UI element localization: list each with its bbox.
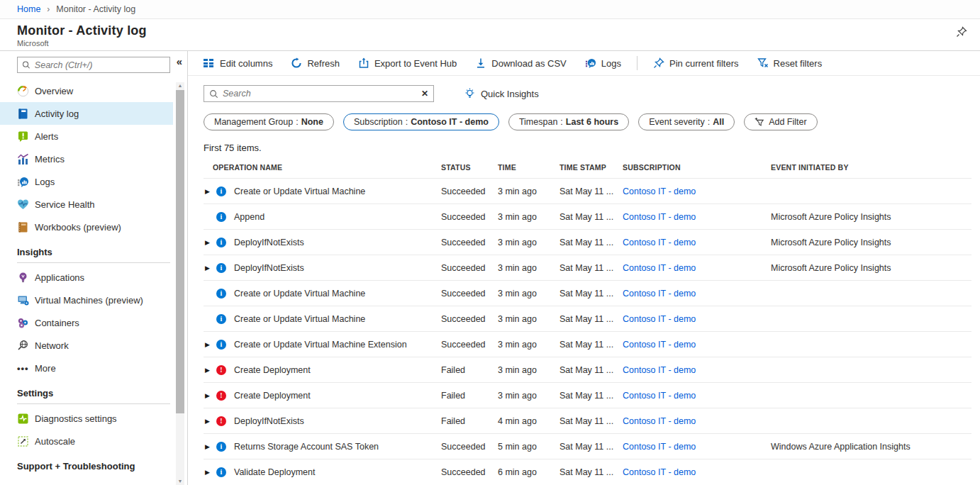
sidebar-item-metrics[interactable]: Metrics [0, 147, 173, 170]
breadcrumb-home-link[interactable]: Home [17, 4, 40, 14]
sidebar-item-service-health[interactable]: Service Health [0, 193, 173, 216]
time-value: 4 min ago [498, 416, 559, 426]
scrollbar-up-arrow-icon[interactable]: ▲ [176, 82, 184, 89]
severity-icon: i [216, 186, 226, 196]
expand-row-icon[interactable]: ▶ [204, 469, 216, 476]
sidebar-item-logs[interactable]: Logs [0, 170, 173, 193]
sidebar-item-activity-log[interactable]: Activity log [0, 102, 173, 125]
filter-pill-event-severity[interactable]: Event severity:All [638, 113, 735, 130]
table-row[interactable]: ▶ i Create or Update Virtual Machine Suc… [204, 178, 971, 204]
breadcrumb-chevron-icon: › [47, 4, 50, 14]
severity-icon: i [216, 340, 226, 350]
timestamp-value: Sat May 11 ... [559, 314, 623, 324]
sidebar-item-diagnostics-settings[interactable]: Diagnostics settings [0, 407, 173, 430]
breadcrumb: Home › Monitor - Activity log [0, 0, 980, 19]
column-header[interactable]: SUBSCRIPTION [623, 163, 771, 172]
refresh-button[interactable]: Refresh [291, 57, 340, 69]
expand-row-icon[interactable]: ▶ [204, 188, 216, 195]
table-row[interactable]: ▶ i DeployIfNotExists Succeeded 3 min ag… [204, 229, 971, 255]
pin-blade-icon[interactable] [956, 26, 967, 38]
sidebar-search[interactable] [17, 57, 170, 73]
reset-filters-button[interactable]: Reset filters [757, 57, 823, 69]
table-row[interactable]: ▶ i Returns Storage Account SAS Token Su… [204, 433, 971, 459]
export-event-hub-button[interactable]: Export to Event Hub [358, 57, 457, 69]
timestamp-value: Sat May 11 ... [559, 212, 623, 222]
table-row[interactable]: ▶ i Validate Deployment Succeeded 6 min … [204, 459, 971, 484]
download-csv-button[interactable]: Download as CSV [475, 57, 567, 69]
logs-button[interactable]: Logs [585, 57, 621, 69]
timestamp-value: Sat May 11 ... [559, 442, 623, 452]
expand-row-icon[interactable]: ▶ [204, 264, 216, 272]
sidebar-item-virtual-machines[interactable]: Virtual Machines (preview) [0, 289, 173, 311]
expand-row-icon[interactable]: ▶ [204, 443, 216, 450]
table-row[interactable]: ▶ ! DeployIfNotExists Failed 4 min ago S… [204, 408, 971, 433]
event-initiated-by: Windows Azure Application Insights [771, 442, 971, 452]
pin-current-filters-button[interactable]: Pin current filters [653, 57, 739, 69]
subscription-link[interactable]: Contoso IT - demo [623, 416, 771, 426]
sidebar-item-containers[interactable]: Containers [0, 311, 173, 334]
timestamp-value: Sat May 11 ... [559, 238, 623, 247]
subscription-link[interactable]: Contoso IT - demo [623, 442, 771, 452]
sidebar: « Overview Activity log Alerts [0, 51, 188, 485]
table-row[interactable]: ▶ i DeployIfNotExists Succeeded 3 min ag… [204, 255, 971, 280]
subscription-link[interactable]: Contoso IT - demo [623, 340, 771, 350]
sidebar-item-applications[interactable]: Applications [0, 266, 173, 289]
sidebar-scrollbar-thumb[interactable] [176, 90, 184, 413]
expand-row-icon[interactable]: ▶ [204, 341, 216, 348]
clear-search-icon[interactable]: ✕ [417, 89, 428, 99]
activity-search[interactable]: ✕ [204, 85, 434, 102]
scrollbar-down-arrow-icon[interactable]: ▼ [176, 478, 184, 485]
subscription-link[interactable]: Contoso IT - demo [623, 314, 771, 324]
table-row[interactable]: ▶ i Append Succeeded 3 min ago Sat May 1… [204, 204, 971, 229]
quick-insights-button[interactable]: Quick Insights [464, 88, 539, 100]
table-row[interactable]: ▶ i Create or Update Virtual Machine Suc… [204, 306, 971, 331]
sidebar-collapse-icon[interactable]: « [177, 55, 182, 67]
table-row[interactable]: ▶ i Create or Update Virtual Machine Suc… [204, 280, 971, 306]
filter-pill-management-group[interactable]: Management Group:None [204, 113, 334, 130]
time-value: 3 min ago [498, 238, 559, 247]
lightbulb-icon [17, 272, 29, 284]
operation-name: Returns Storage Account SAS Token [233, 442, 441, 452]
table-row[interactable]: ▶ i Create or Update Virtual Machine Ext… [204, 331, 971, 357]
activity-search-input[interactable] [223, 89, 417, 99]
sidebar-search-input[interactable] [35, 60, 165, 70]
event-initiated-by: Microsoft Azure Policy Insights [771, 212, 971, 222]
health-icon [17, 199, 29, 211]
sidebar-item-more[interactable]: ••• More [0, 357, 173, 379]
filter-pill-subscription[interactable]: Subscription:Contoso IT - demo [343, 113, 499, 130]
subscription-link[interactable]: Contoso IT - demo [623, 467, 771, 477]
expand-row-icon[interactable]: ▶ [204, 239, 216, 246]
column-header[interactable]: OPERATION NAME [204, 163, 441, 172]
subscription-link[interactable]: Contoso IT - demo [623, 391, 771, 401]
severity-icon: ! [216, 365, 226, 375]
subscription-link[interactable]: Contoso IT - demo [623, 238, 771, 247]
sidebar-section-settings: Settings [17, 388, 187, 403]
subscription-link[interactable]: Contoso IT - demo [623, 263, 771, 273]
column-header[interactable]: TIME [498, 163, 559, 172]
subscription-link[interactable]: Contoso IT - demo [623, 186, 771, 196]
sidebar-scrollbar[interactable]: ▲ ▼ [176, 82, 184, 485]
sidebar-item-workbooks[interactable]: Workbooks (preview) [0, 216, 173, 238]
operation-name: DeployIfNotExists [233, 263, 441, 273]
edit-columns-button[interactable]: Edit columns [204, 57, 272, 69]
sidebar-item-autoscale[interactable]: Autoscale [0, 430, 173, 452]
sidebar-item-network[interactable]: Network [0, 334, 173, 357]
column-header[interactable]: EVENT INITIATED BY [771, 163, 971, 172]
subscription-link[interactable]: Contoso IT - demo [623, 289, 771, 299]
table-row[interactable]: ▶ ! Create Deployment Failed 3 min ago S… [204, 382, 971, 408]
expand-row-icon[interactable]: ▶ [204, 418, 216, 425]
filter-pill-timespan[interactable]: Timespan:Last 6 hours [508, 113, 629, 130]
operation-name: Append [233, 212, 441, 222]
sidebar-item-label: Workbooks (preview) [35, 222, 121, 233]
activity-log-icon [17, 108, 29, 120]
sidebar-item-overview[interactable]: Overview [0, 79, 173, 102]
table-row[interactable]: ▶ ! Create Deployment Failed 3 min ago S… [204, 357, 971, 382]
subscription-link[interactable]: Contoso IT - demo [623, 212, 771, 222]
column-header[interactable]: TIME STAMP [559, 163, 623, 172]
add-filter-button[interactable]: Add Filter [744, 113, 818, 130]
column-header[interactable]: STATUS [441, 163, 498, 172]
sidebar-item-alerts[interactable]: Alerts [0, 125, 173, 147]
expand-row-icon[interactable]: ▶ [204, 392, 216, 399]
expand-row-icon[interactable]: ▶ [204, 367, 216, 374]
subscription-link[interactable]: Contoso IT - demo [623, 365, 771, 375]
